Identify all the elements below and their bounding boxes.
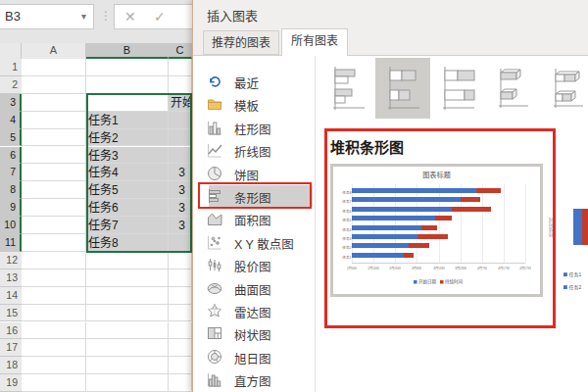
chart-type-item-条形图[interactable]: 条形图 [193,185,315,207]
row-header-7[interactable]: 7 [0,164,22,181]
subtype-clustered-bar-icon[interactable] [328,63,368,114]
column-header-A[interactable]: A [22,43,86,59]
cell-C12[interactable] [169,252,192,270]
cell-C2[interactable] [169,76,192,94]
cell-A2[interactable] [22,76,86,94]
cell-B8[interactable]: 任务5 [86,181,169,199]
row-header-2[interactable]: 2 [0,76,22,94]
cell-B1[interactable] [86,59,169,76]
row-header-13[interactable]: 13 [0,270,22,287]
confirm-icon[interactable]: ✓ [154,5,166,28]
cell-C15[interactable] [169,305,192,322]
cell-A18[interactable] [22,357,86,374]
cell-A10[interactable] [22,217,86,234]
cell-A12[interactable] [22,252,86,270]
chart-type-item-模板[interactable]: 模板 [193,93,315,115]
column-header-corner[interactable] [0,43,22,59]
cell-C13[interactable] [169,270,192,287]
chart-type-item-柱形图[interactable]: 柱形图 [193,117,315,138]
cell-C19[interactable] [169,374,192,392]
cell-B6[interactable]: 任务3 [86,147,169,165]
cell-B16[interactable] [86,322,169,340]
chart-type-item-面积图[interactable]: 面积图 [193,208,315,229]
chart-type-item-最近[interactable]: 最近 [193,71,315,92]
cell-C18[interactable] [169,357,192,374]
tab-all-charts[interactable]: 所有图表 [281,28,348,56]
cell-A15[interactable] [22,305,86,322]
row-header-5[interactable]: 5 [0,129,22,147]
chart-type-item-树状图[interactable]: 树状图 [193,322,315,344]
cell-B9[interactable]: 任务6 [86,199,169,217]
chart-type-item-股价图[interactable]: 股价图 [193,254,315,275]
chart-type-item-直方图[interactable]: 直方图 [193,368,315,390]
cell-C16[interactable] [169,322,192,340]
cell-C1[interactable] [169,59,192,76]
cancel-icon[interactable]: ✕ [124,5,136,28]
row-header-11[interactable]: 11 [0,234,22,252]
cell-A7[interactable] [22,164,86,181]
chart-type-item-雷达图[interactable]: 雷达图 [193,300,315,321]
subtype-bar-3d-clustered-icon[interactable] [493,63,532,114]
cell-A13[interactable] [22,270,86,287]
chevron-down-icon[interactable]: ▾ [81,5,86,28]
cell-B7[interactable]: 任务4 [86,164,169,181]
row-header-15[interactable]: 15 [0,305,22,322]
cell-C17[interactable] [169,339,192,357]
row-header-1[interactable]: 1 [0,59,22,76]
subtype-bar-3d-stacked-icon[interactable] [548,63,587,114]
cell-B17[interactable] [86,339,169,357]
cell-C10[interactable]: 3 [169,217,192,234]
cell-B5[interactable]: 任务2 [86,129,169,147]
cell-B19[interactable] [86,374,169,392]
row-header-10[interactable]: 10 [0,217,22,234]
cell-C9[interactable]: 3 [169,199,192,217]
cell-B12[interactable] [86,252,169,270]
cell-A16[interactable] [22,322,86,340]
cell-B14[interactable] [86,287,169,305]
row-header-9[interactable]: 9 [0,199,22,217]
cell-C11[interactable] [169,234,192,252]
row-header-14[interactable]: 14 [0,287,22,305]
chart-type-item-折线图[interactable]: 折线图 [193,139,315,161]
cell-C5[interactable] [169,129,192,147]
cell-A8[interactable] [22,181,86,199]
column-header-C[interactable]: C [169,43,192,59]
cell-B11[interactable]: 任务8 [86,234,169,252]
cell-B18[interactable] [86,357,169,374]
name-box[interactable]: B3 ▾ [0,4,94,29]
subtype-percent-stacked-bar-icon[interactable] [438,63,477,114]
cell-B2[interactable] [86,76,169,94]
cell-A11[interactable] [22,234,86,252]
chart-type-item-曲面图[interactable]: 曲面图 [193,277,315,299]
cell-B15[interactable] [86,305,169,322]
cell-A9[interactable] [22,199,86,217]
row-header-3[interactable]: 3 [0,94,22,112]
cell-A19[interactable] [22,374,86,392]
cell-A3[interactable] [22,94,86,112]
cell-B13[interactable] [86,270,169,287]
chart-type-item-旭日图[interactable]: 旭日图 [193,346,315,368]
cell-A5[interactable] [22,129,86,147]
cell-C14[interactable] [169,287,192,305]
cell-B3[interactable] [86,94,169,112]
row-header-17[interactable]: 17 [0,339,22,357]
chart-type-item-X Y 散点图[interactable]: X Y 散点图 [193,231,315,253]
cell-A6[interactable] [22,147,86,165]
row-header-16[interactable]: 16 [0,322,22,340]
cell-A4[interactable] [22,112,86,129]
cell-C7[interactable]: 3 [169,164,192,181]
column-header-B[interactable]: B [86,43,169,59]
chart-preview[interactable]: 图表标题 2月6日2月16日2月26日3月8日3月18日3月28日4月7日4月1… [330,164,543,297]
row-header-8[interactable]: 8 [0,181,22,199]
row-header-12[interactable]: 12 [0,252,22,270]
cell-A1[interactable] [22,59,86,76]
cell-A14[interactable] [22,287,86,305]
cell-C8[interactable]: 3 [169,181,192,199]
row-header-19[interactable]: 19 [0,374,22,392]
row-header-6[interactable]: 6 [0,147,22,165]
cell-B10[interactable]: 任务7 [86,217,169,234]
cell-C3[interactable]: 开始时间 [169,94,192,112]
cell-C4[interactable] [169,112,192,129]
cell-C6[interactable] [169,147,192,165]
subtype-stacked-bar-icon[interactable] [383,63,422,114]
